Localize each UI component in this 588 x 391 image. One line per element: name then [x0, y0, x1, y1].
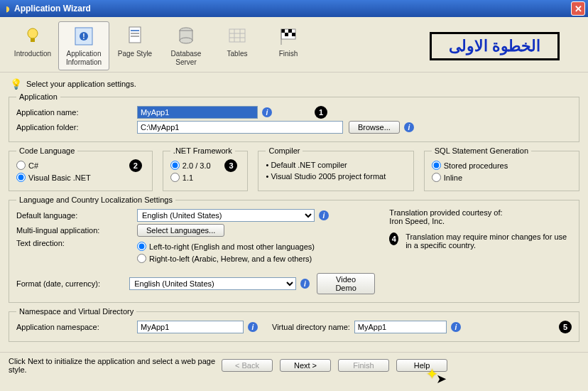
info-page-icon: !: [72, 25, 95, 48]
code-language-group: Code Language 2 C# Visual Basic .NET: [9, 146, 153, 191]
info-icon[interactable]: i: [319, 210, 329, 220]
svg-rect-21: [292, 33, 295, 36]
radio-inline[interactable]: Inline: [432, 173, 572, 182]
application-legend: Application: [16, 92, 60, 101]
compiler-group: Compiler Default .NET compiler Visual St…: [258, 146, 413, 191]
svg-rect-7: [131, 33, 139, 34]
info-icon[interactable]: i: [262, 107, 272, 117]
badge-2: 2: [129, 159, 142, 172]
info-icon[interactable]: i: [300, 279, 310, 289]
app-folder-input[interactable]: [137, 121, 343, 134]
radio-rtl[interactable]: Right-to-left (Arabic, Hebrew, and a few…: [137, 254, 315, 263]
sqlgen-group: SQL Statement Generation Stored procedur…: [424, 146, 579, 191]
info-icon[interactable]: i: [248, 322, 258, 332]
step-finish[interactable]: Finish: [263, 21, 314, 62]
sqlgen-legend: SQL Statement Generation: [432, 146, 531, 155]
svg-rect-12: [229, 29, 245, 42]
radio-ltr[interactable]: Left-to-right (English and most other la…: [137, 242, 315, 251]
translation-courtesy-2: Iron Speed, Inc.: [389, 217, 572, 225]
format-label: Format (date, currency):: [16, 279, 129, 288]
badge-1: 1: [315, 106, 327, 119]
virtual-directory-input[interactable]: [354, 321, 447, 333]
svg-rect-19: [288, 29, 292, 33]
app-name-label: Application name:: [16, 108, 137, 117]
next-button[interactable]: Next >: [280, 359, 331, 372]
framework-group: .NET Framework 3 2.0 / 3.0 1.1: [163, 146, 249, 191]
window-icon: ◗: [6, 4, 10, 14]
app-name-input[interactable]: [137, 106, 258, 119]
localization-group: Language and Country Localization Settin…: [9, 196, 579, 303]
namespace-group: Namespace and Virtual Directory Applicat…: [9, 307, 579, 342]
badge-3: 3: [224, 159, 237, 172]
application-group: Application Application name: i 1 Applic…: [9, 92, 579, 142]
svg-point-11: [180, 38, 192, 43]
hint-text: Select your application settings.: [26, 80, 136, 88]
multi-lang-label: Multi-lingual application:: [16, 226, 137, 235]
default-lang-select[interactable]: English (United States): [137, 209, 315, 222]
compiler-legend: Compiler: [266, 146, 303, 155]
radio-stored-proc[interactable]: Stored procedures: [432, 161, 572, 170]
wizard-steps-toolbar: Introduction ! Application Information P…: [0, 17, 588, 73]
database-icon: [175, 25, 197, 48]
radio-fw-11[interactable]: 1.1: [170, 173, 241, 182]
video-demo-button[interactable]: Video Demo: [317, 273, 376, 294]
footer-message: Click Next to initialize the application…: [9, 357, 222, 374]
radio-csharp[interactable]: C#: [16, 161, 145, 170]
textdir-label: Text direction:: [16, 239, 137, 247]
step-application-information[interactable]: ! Application Information: [58, 21, 109, 70]
compiler-line2: Visual Studio 2005 project format: [266, 172, 405, 181]
titlebar: ◗ Application Wizard ✕: [0, 0, 588, 17]
svg-rect-6: [131, 30, 139, 31]
svg-text:!: !: [82, 33, 85, 41]
finish-button[interactable]: Finish: [338, 359, 389, 372]
table-icon: [226, 25, 249, 48]
svg-point-0: [28, 28, 38, 38]
svg-rect-1: [31, 38, 35, 42]
localization-legend: Language and Country Localization Settin…: [16, 196, 175, 204]
step-introduction[interactable]: Introduction: [7, 21, 58, 62]
window-title: Application Wizard: [14, 4, 91, 14]
svg-rect-5: [129, 27, 141, 43]
wizard-footer: Click Next to initialize the application…: [0, 352, 588, 374]
code-language-legend: Code Language: [16, 146, 77, 155]
info-icon[interactable]: i: [451, 322, 461, 332]
step-tables[interactable]: Tables: [212, 21, 263, 62]
ns-label: Application namespace:: [16, 323, 137, 331]
svg-rect-18: [281, 29, 285, 33]
framework-legend: .NET Framework: [170, 146, 235, 155]
finish-flag-icon: [277, 25, 300, 48]
namespace-input[interactable]: [137, 321, 244, 333]
namespace-legend: Namespace and Virtual Directory: [16, 307, 136, 316]
svg-rect-8: [131, 36, 139, 37]
info-icon[interactable]: i: [404, 122, 414, 132]
default-lang-label: Default language:: [16, 211, 137, 220]
radio-vbnet[interactable]: Visual Basic .NET: [16, 173, 145, 182]
select-languages-button[interactable]: Select Languages...: [137, 224, 224, 237]
app-folder-label: Application folder:: [16, 123, 137, 132]
arabic-step-label: الخطوة الاولى: [430, 32, 560, 60]
step-database-server[interactable]: Database Server: [160, 21, 212, 70]
back-button[interactable]: < Back: [222, 359, 273, 372]
svg-rect-20: [285, 33, 288, 36]
help-button[interactable]: Help: [396, 359, 447, 372]
compiler-line1: Default .NET compiler: [266, 161, 405, 169]
badge-4: 4: [389, 232, 398, 245]
content-area: 💡 Select your application settings. Appl…: [0, 73, 588, 350]
lightbulb-icon: [21, 25, 44, 48]
translation-note: Translation may require minor changes fo…: [405, 232, 572, 250]
page-icon: [124, 25, 146, 48]
vd-label: Virtual directory name:: [272, 323, 350, 331]
settings-hint: 💡 Select your application settings.: [10, 78, 579, 90]
browse-button[interactable]: Browse...: [349, 121, 400, 134]
badge-5: 5: [559, 321, 572, 333]
close-button[interactable]: ✕: [571, 1, 585, 16]
format-select[interactable]: English (United States): [129, 277, 296, 290]
translation-courtesy-1: Translation provided courtesy of:: [389, 208, 572, 217]
step-page-style[interactable]: Page Style: [109, 21, 160, 62]
lightbulb-icon: 💡: [10, 78, 22, 90]
